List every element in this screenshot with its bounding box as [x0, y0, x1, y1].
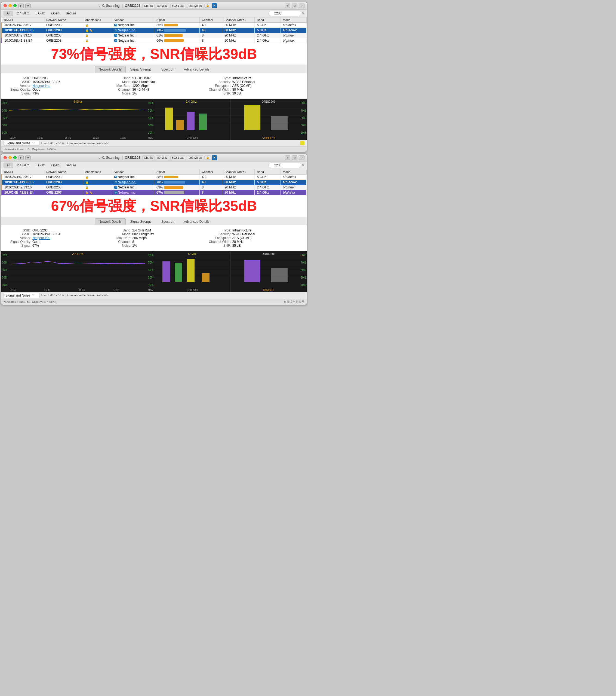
th-name-2[interactable]: Network Name — [44, 169, 83, 175]
search-input-2[interactable] — [269, 162, 301, 168]
tab-signal-strength-1[interactable]: Signal Strength — [126, 66, 157, 73]
filter-2g-2[interactable]: 2.4 GHz — [14, 163, 32, 168]
stop-button-2[interactable]: ■ — [25, 156, 31, 160]
filter-all-2[interactable]: All — [3, 162, 13, 168]
th-band-1[interactable]: Band — [255, 17, 280, 22]
filter-secure-1[interactable]: Secure — [63, 11, 79, 16]
cell-chanwidth: 80 MHz — [222, 28, 255, 33]
th-signal-2[interactable]: Signal — [154, 169, 199, 175]
cell-band: 5 GHz — [255, 175, 280, 180]
th-bssid-1[interactable]: BSSID — [2, 17, 44, 22]
table-row[interactable]: 10:0C:6B:42:33:17 ORBI2203 🔒 N Netgear I… — [2, 175, 307, 180]
cell-vendor: N Netgear Inc. — [112, 38, 154, 43]
minimize-button-2[interactable] — [9, 156, 12, 159]
win-tile-btn[interactable]: ⊞ — [285, 3, 290, 8]
table-row[interactable]: 10:0C:6B:42:33:17 ORBI2203 🔒 N Netgear I… — [2, 22, 307, 28]
table-2: BSSID Network Name Annotations Vendor Si… — [1, 169, 307, 195]
cell-vendor: N Netgear Inc. — [112, 185, 154, 190]
cell-ann: 🔒 — [83, 175, 112, 180]
net-y-right-1: 90% 70% 50% 30% 10% — [301, 101, 306, 134]
maximize-button[interactable] — [13, 4, 17, 7]
filter-5g-1[interactable]: 5 GHz — [33, 11, 47, 16]
tab-signal-strength-2[interactable]: Signal Strength — [126, 218, 157, 225]
filter-all-1[interactable]: All — [3, 11, 13, 16]
cell-bssid: 10:0C:6B:41:B8:E5 — [2, 28, 44, 33]
net-y-right-2: 90% 70% 50% 30% 10% — [301, 254, 306, 286]
vendor-link-2[interactable]: Netgear Inc. — [32, 236, 50, 240]
filter-open-1[interactable]: Open — [48, 11, 62, 16]
table-row[interactable]: 10:0C:6B:42:33:16 ORBI2203 🔒 N Netgear I… — [2, 33, 307, 38]
cell-ann: 🔒 — [83, 185, 112, 190]
th-mode-2[interactable]: Mode — [280, 169, 306, 175]
cell-signal: 38% — [154, 175, 199, 180]
win-split-btn[interactable]: ⊟ — [292, 3, 297, 8]
bottom-bar-2: Signal and Noise ⌃ Use ⇧⌘. or ⌥⌘., to in… — [1, 292, 307, 299]
tab-network-details-1[interactable]: Network Details — [95, 66, 126, 73]
th-band-2[interactable]: Band — [255, 169, 280, 175]
win-tile-btn-2[interactable]: ⊞ — [285, 156, 290, 160]
filter-5g-2[interactable]: 5 GHz — [33, 163, 47, 168]
close-button[interactable] — [3, 4, 7, 7]
title-badges-1: Ch. 48 80 MHz 802.11ac 263 Mbps 🔒 N — [142, 3, 217, 8]
search-input-1[interactable] — [269, 11, 301, 16]
th-vendor-1[interactable]: Vendor — [112, 17, 154, 22]
signal-chart-svg-1 — [9, 101, 151, 137]
close-button-2[interactable] — [3, 156, 7, 159]
th-ann-1[interactable]: Annotations — [83, 17, 112, 22]
svg-rect-30 — [187, 259, 195, 282]
table-row[interactable]: 10:0C:6B:41:B8:E4 ORBI2203 🔒 ✏️ NNetgear… — [2, 190, 307, 195]
cell-band: 5 GHz — [255, 22, 280, 28]
cell-chanwidth: 80 MHz — [222, 22, 255, 28]
clear-search-1[interactable]: ✕ — [302, 12, 305, 15]
filter-secure-2[interactable]: Secure — [63, 163, 79, 168]
charts-area-2: 90% 70% 50% 30% 10% 90% 70% 50% 30% 10% — [1, 251, 307, 292]
tab-advanced-2[interactable]: Advanced Details — [180, 218, 213, 225]
clear-search-2[interactable]: ✕ — [302, 163, 305, 167]
stop-button[interactable]: ■ — [25, 3, 31, 8]
cell-band: 2.4 GHz — [255, 185, 280, 190]
tab-network-details-2[interactable]: Network Details — [95, 218, 126, 225]
title-ssid-1: ORBI2203 — [125, 4, 141, 7]
cell-signal: 66% — [154, 38, 199, 43]
th-mode-1[interactable]: Mode — [280, 17, 306, 22]
svg-rect-31 — [202, 273, 210, 282]
table-row[interactable]: 10:0C:6B:41:B8:E5 ORBI2203 🔒 NNetgear In… — [2, 180, 307, 185]
filter-open-2[interactable]: Open — [48, 163, 62, 168]
titlebar-1: ▶ ■ en0: Scanning | ORBI2203 Ch. 48 80 M… — [1, 2, 307, 10]
cell-name: ORBI2203 — [44, 190, 83, 195]
win-full-btn-2[interactable]: ⤢ — [299, 156, 305, 160]
vendor-link-1[interactable]: Netgear Inc. — [32, 84, 50, 88]
filter-tabs-2: All 2.4 GHz 5 GHz Open Secure — [3, 162, 79, 168]
play-button-2[interactable]: ▶ — [18, 156, 24, 160]
tab-spectrum-1[interactable]: Spectrum — [157, 66, 179, 73]
th-width-1[interactable]: Channel Width ↓ — [222, 17, 255, 22]
th-name-1[interactable]: Network Name — [44, 17, 83, 22]
color-indicator-1 — [300, 141, 305, 145]
win-full-btn[interactable]: ⤢ — [299, 3, 305, 8]
table-row[interactable]: 10:0C:6B:42:33:16 ORBI2203 🔒 N Netgear I… — [2, 185, 307, 190]
bottom-dropdown-2[interactable]: Signal and Noise ⌃ — [3, 293, 40, 298]
filter-2g-1[interactable]: 2.4 GHz — [14, 11, 32, 16]
window-1: ▶ ■ en0: Scanning | ORBI2203 Ch. 48 80 M… — [1, 2, 307, 152]
tab-advanced-1[interactable]: Advanced Details — [180, 66, 213, 73]
tab-spectrum-2[interactable]: Spectrum — [157, 218, 179, 225]
th-vendor-2[interactable]: Vendor — [112, 169, 154, 175]
badge-ch-2: Ch. 48 — [142, 156, 154, 160]
win-split-btn-2[interactable]: ⊟ — [292, 156, 297, 160]
play-button[interactable]: ▶ — [18, 3, 24, 8]
th-bssid-2[interactable]: BSSID — [2, 169, 44, 175]
cell-bssid: 10:0C:6B:41:B8:E5 — [2, 180, 44, 185]
chart-network-2: ORBI2203 Channel 8 90% 70% 50% 30% 10% — [230, 251, 307, 292]
th-channel-1[interactable]: Channel — [199, 17, 222, 22]
th-width-2[interactable]: Channel Width ↓ — [222, 169, 255, 175]
th-ann-2[interactable]: Annotations — [83, 169, 112, 175]
table-row[interactable]: 10:0C:6B:41:B8:E4 ORBI2203 🔒 N Netgear I… — [2, 38, 307, 43]
th-signal-1[interactable]: Signal — [154, 17, 199, 22]
bottom-dropdown-1[interactable]: Signal and Noise ⌃ — [3, 141, 40, 146]
traffic-lights-1 — [3, 4, 17, 7]
th-channel-2[interactable]: Channel — [199, 169, 222, 175]
table-row[interactable]: 10:0C:6B:41:B8:E5 ORBI2203 🔒 ✏️ N Netgea… — [2, 28, 307, 33]
maximize-button-2[interactable] — [13, 156, 17, 159]
minimize-button[interactable] — [9, 4, 12, 7]
cell-vendor: N Netgear Inc. — [112, 175, 154, 180]
